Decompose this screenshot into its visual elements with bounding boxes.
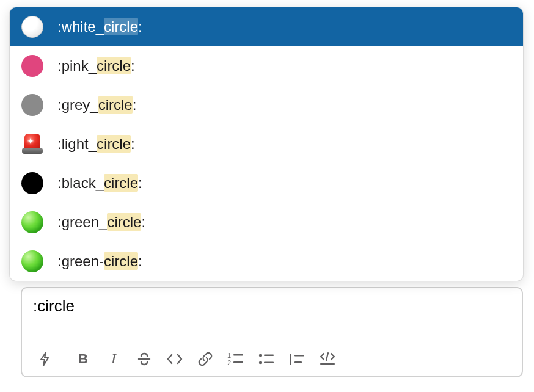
- emoji-option[interactable]: ✦:light_circle:: [10, 125, 523, 164]
- svg-point-6: [259, 361, 262, 363]
- emoji-option[interactable]: :white_circle:: [10, 7, 523, 46]
- emoji-name-label: :grey_circle:: [57, 96, 136, 114]
- code-block-button[interactable]: [312, 346, 343, 372]
- svg-rect-3: [233, 354, 243, 356]
- bulleted-list-button[interactable]: [251, 346, 282, 372]
- shortcuts-button[interactable]: [29, 346, 60, 372]
- blockquote-icon: [288, 352, 305, 366]
- svg-rect-10: [294, 355, 304, 357]
- svg-rect-8: [264, 361, 274, 363]
- bold-icon: B: [78, 351, 88, 367]
- lightning-icon: [38, 351, 51, 367]
- emoji-autocomplete-popup: :white_circle::pink_circle::grey_circle:…: [10, 7, 523, 281]
- grey-circle-icon: [21, 94, 43, 116]
- emoji-option[interactable]: :black_circle:: [10, 164, 523, 203]
- svg-rect-11: [294, 361, 302, 363]
- message-composer: B I 1 2: [21, 287, 523, 377]
- code-block-icon: [318, 352, 337, 366]
- pink-circle-icon: [21, 55, 43, 77]
- emoji-option[interactable]: :grey_circle:: [10, 85, 523, 125]
- toolbar-divider: [64, 350, 64, 368]
- bulleted-list-icon: [258, 352, 275, 366]
- svg-text:2: 2: [227, 359, 231, 366]
- emoji-name-label: :black_circle:: [57, 175, 142, 192]
- message-input[interactable]: [33, 297, 511, 316]
- emoji-preview: ✦: [21, 132, 44, 156]
- strikethrough-icon: [136, 351, 152, 367]
- ordered-list-button[interactable]: 1 2: [221, 346, 251, 372]
- emoji-option[interactable]: :green-circle:: [10, 242, 523, 281]
- composer-toolbar: B I 1 2: [22, 341, 522, 376]
- svg-rect-4: [233, 361, 243, 363]
- code-button[interactable]: [159, 346, 190, 372]
- blockquote-button[interactable]: [282, 346, 312, 372]
- emoji-preview: [21, 211, 44, 234]
- svg-rect-7: [264, 354, 274, 356]
- link-button[interactable]: [190, 346, 221, 372]
- green-circle-icon: [21, 211, 43, 233]
- emoji-preview: [21, 172, 44, 195]
- emoji-name-label: :green_circle:: [57, 214, 145, 231]
- emoji-preview: [21, 15, 44, 38]
- svg-rect-9: [290, 354, 291, 365]
- emoji-preview: [21, 250, 44, 273]
- black-circle-icon: [21, 172, 43, 194]
- emoji-preview: [21, 54, 44, 78]
- svg-text:1: 1: [227, 352, 231, 359]
- code-icon: [166, 352, 184, 366]
- italic-button[interactable]: I: [98, 346, 129, 372]
- green-circle-icon: [21, 250, 43, 272]
- emoji-name-label: :light_circle:: [57, 136, 135, 153]
- svg-point-5: [259, 354, 262, 356]
- ordered-list-icon: 1 2: [227, 352, 244, 366]
- strikethrough-button[interactable]: [129, 346, 159, 372]
- emoji-name-label: :green-circle:: [57, 253, 142, 270]
- emoji-option[interactable]: :pink_circle:: [10, 46, 523, 85]
- italic-icon: I: [111, 350, 116, 367]
- svg-line-12: [326, 353, 328, 360]
- white-circle-icon: [21, 16, 43, 38]
- bold-button[interactable]: B: [68, 346, 98, 372]
- composer-input-area[interactable]: [22, 288, 522, 341]
- link-icon: [197, 351, 213, 367]
- emoji-name-label: :white_circle:: [57, 18, 142, 35]
- emoji-name-label: :pink_circle:: [57, 57, 135, 74]
- siren-icon: ✦: [21, 132, 44, 156]
- emoji-preview: [21, 93, 44, 117]
- emoji-option[interactable]: :green_circle:: [10, 203, 523, 242]
